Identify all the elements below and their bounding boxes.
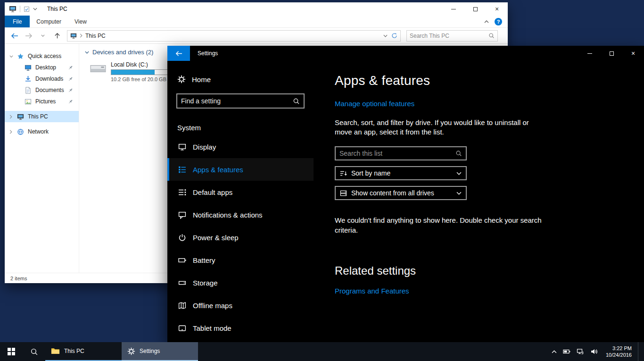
qat-customize-chevron-icon[interactable]	[33, 8, 37, 10]
sidebar-item-quick-access[interactable]: Quick access	[5, 50, 79, 62]
group-header-label: Devices and drives (2)	[92, 49, 153, 56]
sort-icon	[340, 170, 347, 177]
settings-nav-display[interactable]: Display	[167, 135, 314, 158]
quick-access-toolbar	[5, 5, 41, 13]
explorer-search-input[interactable]	[410, 33, 488, 39]
taskbar-clock[interactable]: 3:22 PM 10/24/2016	[604, 345, 632, 358]
settings-titlebar[interactable]: Settings ×	[167, 46, 644, 61]
nav-item-label: Battery	[193, 256, 215, 264]
gear-icon	[127, 347, 135, 355]
refresh-icon[interactable]	[391, 33, 397, 39]
search-icon[interactable]	[488, 33, 495, 39]
search-list-box[interactable]	[335, 146, 467, 160]
sidebar-item-downloads[interactable]: Downloads	[5, 73, 79, 84]
address-location-icon	[70, 33, 77, 39]
expand-chevron-icon[interactable]	[9, 130, 12, 134]
taskbar-this-pc-button[interactable]: This PC	[45, 342, 122, 361]
explorer-maximize-button[interactable]	[464, 2, 486, 16]
settings-nav-notifications[interactable]: Notifications & actions	[167, 203, 314, 226]
breadcrumb[interactable]: This PC	[85, 33, 106, 39]
settings-nav-power-sleep[interactable]: Power & sleep	[167, 226, 314, 249]
back-button[interactable]	[8, 30, 21, 42]
explorer-window-title: This PC	[47, 6, 67, 12]
storage-icon	[177, 279, 187, 287]
settings-nav-pane: Home System Display	[167, 61, 314, 342]
recent-locations-chevron-icon[interactable]	[37, 30, 49, 42]
settings-nav-offline-maps[interactable]: Offline maps	[167, 294, 314, 317]
sort-dropdown[interactable]: Sort by name	[335, 166, 467, 180]
taskbar-button-label: Settings	[140, 348, 160, 354]
sidebar-item-label: This PC	[28, 113, 48, 120]
volume-icon[interactable]	[590, 348, 598, 355]
empty-results-message: We couldn't find anything to show here. …	[335, 215, 549, 235]
explorer-search-box[interactable]	[406, 30, 498, 42]
settings-nav-battery[interactable]: Battery	[167, 249, 314, 271]
address-bar[interactable]: This PC	[67, 30, 401, 42]
sidebar-item-pictures[interactable]: Pictures	[5, 96, 79, 107]
search-list-input[interactable]	[339, 150, 455, 157]
apps-description-text: Search, sort, and filter by drive. If yo…	[335, 118, 545, 137]
qat-properties-icon[interactable]	[24, 6, 30, 12]
settings-window-title: Settings	[198, 50, 218, 57]
explorer-titlebar[interactable]: This PC ×	[5, 2, 508, 16]
settings-nav-tablet-mode[interactable]: Tablet mode	[167, 317, 314, 339]
expand-chevron-icon[interactable]	[9, 55, 13, 58]
network-icon[interactable]	[577, 348, 584, 355]
chevron-down-icon	[456, 192, 462, 195]
sidebar-item-documents[interactable]: Documents	[5, 84, 79, 96]
nav-item-label: Display	[193, 143, 216, 151]
drive-filter-dropdown[interactable]: Show content from all drives	[335, 186, 467, 200]
chevron-down-icon	[456, 172, 462, 175]
settings-maximize-button[interactable]	[601, 46, 622, 61]
find-setting-search-box[interactable]	[176, 93, 305, 109]
settings-back-button[interactable]	[167, 46, 190, 61]
find-setting-input[interactable]	[181, 97, 293, 105]
sidebar-item-this-pc[interactable]: This PC	[5, 111, 79, 122]
item-count-text: 2 items	[10, 276, 27, 281]
tablet-mode-icon	[177, 324, 187, 332]
nav-item-label: Default apps	[193, 188, 232, 196]
sidebar-item-label: Pictures	[35, 98, 56, 105]
drive-usage-fill	[111, 70, 155, 75]
explorer-close-button[interactable]: ×	[486, 2, 508, 16]
sidebar-item-network[interactable]: Network	[5, 126, 79, 137]
settings-nav-default-apps[interactable]: Default apps	[167, 181, 314, 203]
tab-view[interactable]: View	[68, 16, 93, 27]
ribbon-collapse-chevron-icon[interactable]	[484, 20, 489, 23]
forward-button[interactable]	[23, 30, 35, 42]
breadcrumb-chevron-icon	[80, 34, 83, 38]
tab-file[interactable]: File	[5, 16, 30, 27]
manage-optional-features-link[interactable]: Manage optional features	[335, 100, 414, 108]
programs-and-features-link[interactable]: Programs and Features	[335, 287, 409, 295]
explorer-minimize-button[interactable]	[443, 2, 464, 16]
settings-nav-storage[interactable]: Storage	[167, 271, 314, 294]
start-button[interactable]	[0, 342, 23, 361]
related-settings-heading: Related settings	[335, 264, 625, 277]
pin-icon	[68, 76, 73, 82]
group-collapse-chevron-icon[interactable]	[85, 51, 89, 54]
sidebar-item-desktop[interactable]: Desktop	[5, 62, 79, 73]
address-dropdown-chevron-icon[interactable]	[383, 34, 388, 37]
taskbar-settings-button[interactable]: Settings	[122, 342, 198, 361]
desktop: { "colors": { "accent": "#0078d7", "link…	[0, 0, 644, 361]
sidebar-item-label: Documents	[35, 87, 64, 93]
settings-nav-home[interactable]: Home	[167, 71, 314, 88]
settings-window: Settings × Home System	[167, 46, 644, 342]
settings-close-button[interactable]: ×	[622, 46, 644, 61]
search-icon[interactable]	[455, 150, 462, 157]
help-icon[interactable]: ?	[495, 18, 502, 25]
settings-nav-apps-features[interactable]: Apps & features	[167, 158, 314, 181]
tab-computer[interactable]: Computer	[30, 16, 68, 27]
taskbar-search-button[interactable]	[23, 342, 45, 361]
show-desktop-button[interactable]	[638, 342, 640, 361]
sort-dropdown-value: Sort by name	[351, 169, 390, 177]
desktop-icon	[25, 64, 32, 71]
up-button[interactable]	[51, 30, 63, 42]
search-icon[interactable]	[293, 98, 300, 105]
hidden-icons-chevron-icon[interactable]	[552, 350, 557, 353]
nav-item-label: Power & sleep	[193, 234, 239, 242]
windows-logo-icon	[8, 348, 15, 355]
battery-icon[interactable]	[563, 348, 570, 355]
expand-chevron-icon[interactable]	[9, 115, 12, 119]
settings-minimize-button[interactable]	[579, 46, 601, 61]
